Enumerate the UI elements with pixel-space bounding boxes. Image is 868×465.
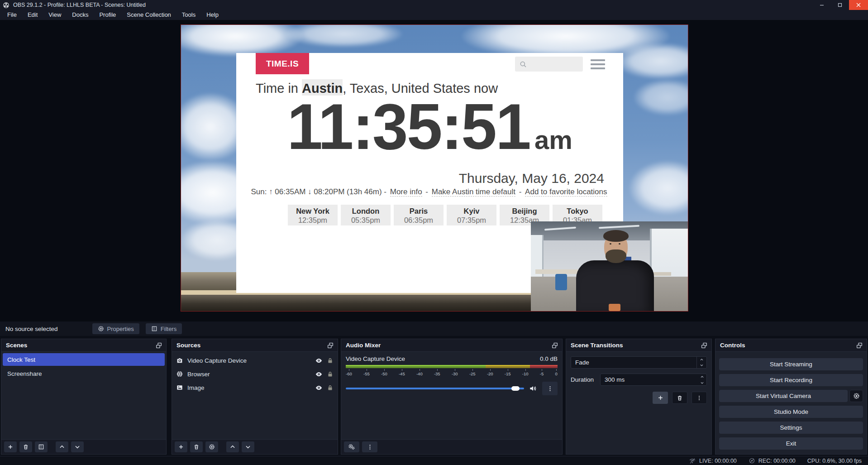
scene-transitions-panel: Scene Transitions Fade Duration 300 ms — [566, 339, 712, 455]
cloud — [629, 161, 688, 215]
exit-button[interactable]: Exit — [719, 437, 863, 450]
sun-info-line: Sun: ↑ 06:35AM ↓ 08:20PM (13h 46m) - Mor… — [236, 187, 623, 197]
start-streaming-button[interactable]: Start Streaming — [719, 358, 863, 370]
dots-vertical-icon — [547, 385, 553, 392]
volume-slider-handle[interactable] — [511, 386, 520, 391]
transitions-panel-header[interactable]: Scene Transitions — [566, 339, 711, 352]
transition-options-button[interactable] — [692, 392, 707, 404]
channel-options-button[interactable] — [542, 382, 558, 395]
start-virtual-camera-button[interactable]: Start Virtual Camera — [719, 390, 848, 402]
preview-workspace: TIME.IS Time in Austin, Texas, United St… — [0, 20, 868, 321]
chevron-up-icon — [229, 444, 236, 450]
select-chevrons-icon[interactable] — [696, 357, 706, 368]
studio-mode-button[interactable]: Studio Mode — [719, 406, 863, 418]
visibility-eye-icon[interactable] — [315, 357, 323, 364]
properties-button[interactable]: Properties — [92, 323, 139, 334]
popout-icon[interactable] — [856, 342, 863, 349]
transition-select[interactable]: Fade — [571, 356, 707, 369]
virtual-camera-config-button[interactable] — [849, 390, 863, 402]
mixer-toolbar — [341, 439, 562, 454]
chevron-up-icon — [59, 444, 65, 450]
chevron-down-icon — [245, 444, 251, 450]
image-icon — [176, 384, 183, 391]
menubar: File Edit View Docks Profile Scene Colle… — [0, 10, 868, 20]
visibility-eye-icon[interactable] — [315, 370, 323, 378]
mixer-options-button[interactable] — [362, 441, 377, 452]
sources-panel-header[interactable]: Sources — [172, 339, 338, 352]
lock-icon[interactable] — [327, 357, 334, 364]
advanced-audio-button[interactable] — [344, 441, 359, 452]
webcam-source — [531, 221, 688, 311]
popout-icon[interactable] — [701, 342, 708, 349]
cloud — [634, 79, 688, 115]
scene-item-clock-test[interactable]: Clock Test — [3, 353, 165, 366]
menu-tools[interactable]: Tools — [176, 10, 201, 20]
add-scene-button[interactable] — [4, 441, 17, 452]
popout-icon[interactable] — [155, 342, 162, 349]
chevron-down-icon — [74, 444, 81, 450]
source-item-image[interactable]: Image — [172, 381, 338, 394]
volume-slider[interactable] — [346, 388, 524, 389]
minimize-button[interactable] — [813, 0, 831, 10]
speaker-icon[interactable] — [529, 384, 538, 393]
spin-up-icon[interactable] — [700, 375, 704, 379]
menu-edit[interactable]: Edit — [22, 10, 43, 20]
preview-canvas[interactable]: TIME.IS Time in Austin, Texas, United St… — [181, 25, 688, 311]
live-status: LIVE: 00:00:00 — [689, 457, 737, 465]
current-time: 11:35:51am — [236, 93, 623, 160]
trash-icon — [677, 395, 683, 401]
menu-view[interactable]: View — [43, 10, 67, 20]
source-properties-button[interactable] — [205, 441, 218, 452]
timeis-logo: TIME.IS — [256, 53, 309, 74]
move-source-down-button[interactable] — [242, 441, 254, 452]
dots-vertical-icon — [367, 444, 373, 451]
move-scene-down-button[interactable] — [71, 441, 84, 452]
obs-logo-icon — [3, 2, 10, 9]
source-toolbar: No source selected Properties Filters — [0, 321, 868, 336]
menu-scene-collection[interactable]: Scene Collection — [121, 10, 176, 20]
sources-panel: Sources Video Capture Device Browser Ima… — [172, 339, 338, 455]
lock-icon[interactable] — [327, 384, 334, 391]
maximize-button[interactable] — [831, 0, 849, 10]
menu-file[interactable]: File — [2, 10, 22, 20]
gear-icon — [853, 393, 860, 399]
search-icon — [519, 60, 527, 68]
record-disc-icon — [749, 457, 755, 464]
add-transition-button[interactable] — [653, 392, 668, 404]
scene-filters-button[interactable] — [35, 441, 48, 452]
lock-icon[interactable] — [327, 371, 334, 378]
settings-button[interactable]: Settings — [719, 422, 863, 434]
add-source-button[interactable] — [175, 441, 187, 452]
audio-mixer-header[interactable]: Audio Mixer — [341, 339, 562, 352]
scene-item-screenshare[interactable]: Screenshare — [3, 367, 165, 380]
gear-icon — [98, 326, 104, 332]
popout-icon[interactable] — [551, 342, 558, 349]
spin-down-icon[interactable] — [700, 381, 704, 385]
menu-docks[interactable]: Docks — [67, 10, 94, 20]
popout-icon[interactable] — [327, 342, 334, 349]
move-source-up-button[interactable] — [226, 441, 239, 452]
remove-scene-button[interactable] — [19, 441, 32, 452]
controls-panel: Controls Start Streaming Start Recording… — [715, 339, 867, 455]
source-item-video-capture[interactable]: Video Capture Device — [172, 354, 338, 367]
close-button[interactable] — [849, 0, 868, 10]
filters-button[interactable]: Filters — [146, 323, 182, 334]
controls-panel-header[interactable]: Controls — [715, 339, 867, 352]
duration-spinbox[interactable]: 300 ms — [600, 374, 707, 386]
scenes-panel-header[interactable]: Scenes — [1, 339, 166, 352]
menu-help[interactable]: Help — [201, 10, 224, 20]
trash-icon — [23, 444, 29, 450]
more-info-link: More info — [390, 187, 422, 197]
make-default-link: Make Austin time default — [432, 187, 515, 197]
camera-icon — [176, 357, 183, 364]
mixer-channel-name: Video Capture Device — [346, 355, 405, 362]
hamburger-menu-icon — [591, 59, 605, 72]
city-card: London05:35pm — [341, 205, 391, 225]
visibility-eye-icon[interactable] — [315, 384, 323, 392]
remove-transition-button[interactable] — [672, 392, 687, 404]
menu-profile[interactable]: Profile — [94, 10, 121, 20]
source-item-browser[interactable]: Browser — [172, 367, 338, 381]
remove-source-button[interactable] — [190, 441, 203, 452]
move-scene-up-button[interactable] — [56, 441, 68, 452]
start-recording-button[interactable]: Start Recording — [719, 374, 863, 386]
